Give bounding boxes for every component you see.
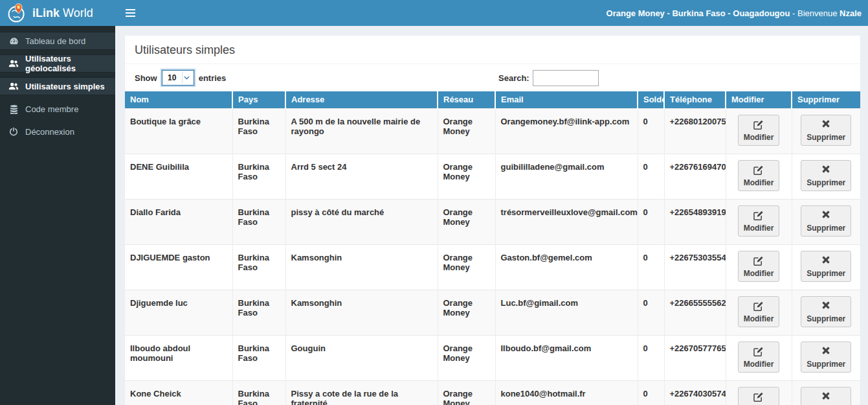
users-icon bbox=[8, 59, 19, 68]
cell-telephone: +22674030574 bbox=[664, 380, 726, 405]
col-header-modifier[interactable]: Modifier bbox=[726, 91, 792, 108]
delete-x-icon bbox=[807, 119, 845, 131]
cell-adresse: pissy à côté du marché bbox=[285, 199, 438, 244]
user-name: Nzale bbox=[840, 8, 862, 18]
cell-nom: Ilboudo abdoul moumouni bbox=[125, 335, 232, 380]
cell-pays: Burkina Faso bbox=[232, 154, 285, 199]
delete-button[interactable]: Supprimer bbox=[801, 205, 851, 237]
search-control: Search: bbox=[498, 70, 599, 86]
cell-edit-action: Modifier bbox=[726, 290, 792, 335]
col-header-pays[interactable]: Pays bbox=[232, 91, 285, 108]
cell-reseau: Orange Money bbox=[438, 380, 495, 405]
edit-button[interactable]: Modifier bbox=[738, 115, 780, 146]
app-title: iLink World bbox=[32, 6, 93, 20]
logo-globe-pin-icon: $ bbox=[6, 3, 27, 23]
cell-delete-action: Supprimer bbox=[792, 199, 860, 244]
delete-button[interactable]: Supprimer bbox=[801, 251, 851, 282]
cell-edit-action: Modifier bbox=[726, 244, 792, 290]
col-header-telephone[interactable]: Téléphone bbox=[664, 91, 726, 108]
col-header-supprimer[interactable]: Supprimer bbox=[792, 91, 860, 108]
delete-button[interactable]: Supprimer bbox=[801, 160, 851, 191]
cell-edit-action: Modifier bbox=[726, 154, 792, 199]
col-header-solde[interactable]: Solde bbox=[638, 91, 664, 108]
cell-email: Ilboudo.bf@gmail.com bbox=[495, 335, 638, 380]
cell-delete-action: Supprimer bbox=[792, 244, 860, 290]
sidebar-menu: Tableau de bord Utilisateurs géolocalisé… bbox=[0, 26, 115, 141]
sidebar-item-deconnexion[interactable]: Déconnexion bbox=[0, 122, 115, 141]
cell-nom: DENE Guibilila bbox=[125, 154, 232, 199]
sidebar-toggle-hamburger-icon[interactable] bbox=[122, 3, 141, 23]
cell-solde: 0 bbox=[638, 199, 664, 244]
users-icon bbox=[8, 82, 19, 91]
edit-icon bbox=[744, 301, 774, 312]
table-row: Ilboudo abdoul moumouniBurkina FasoGougu… bbox=[125, 335, 860, 380]
cell-edit-action: Modifier bbox=[726, 199, 792, 244]
delete-button[interactable]: Supprimer bbox=[801, 296, 851, 327]
cell-nom: Boutique la grâce bbox=[125, 108, 232, 154]
page-size-select[interactable]: 10 bbox=[162, 70, 194, 86]
cell-reseau: Orange Money bbox=[438, 335, 495, 380]
edit-icon bbox=[744, 391, 774, 403]
cell-email: guibililladene@gmail.com bbox=[495, 154, 638, 199]
edit-button[interactable]: Modifier bbox=[738, 205, 780, 237]
cell-solde: 0 bbox=[638, 244, 664, 290]
cell-reseau: Orange Money bbox=[438, 108, 495, 154]
cell-pays: Burkina Faso bbox=[232, 108, 285, 154]
users-table: Nom Pays Adresse Réseau Email Solde Télé… bbox=[125, 91, 860, 405]
cell-reseau: Orange Money bbox=[438, 199, 495, 244]
edit-icon bbox=[744, 210, 774, 222]
delete-x-icon bbox=[807, 391, 845, 403]
cell-adresse: A 500 m de la nouvelle mairie de rayongo bbox=[285, 108, 438, 154]
delete-button[interactable]: Supprimer bbox=[801, 115, 851, 146]
edit-button[interactable]: Modifier bbox=[738, 387, 780, 405]
cell-solde: 0 bbox=[638, 154, 664, 199]
main-content: Utilisateurs simples Show 10 entries Sea… bbox=[115, 26, 868, 405]
sidebar-item-utilisateurs-simples[interactable]: Utilisateurs simples bbox=[0, 77, 115, 95]
table-row: Djiguemde lucBurkina FasoKamsonghinOrang… bbox=[125, 290, 860, 335]
cell-nom: Diallo Farida bbox=[125, 199, 232, 244]
cell-email: Gaston.bf@gemel.com bbox=[495, 244, 638, 290]
delete-x-icon bbox=[807, 301, 845, 312]
user-greeting: Bienvenue bbox=[797, 8, 840, 18]
col-header-reseau[interactable]: Réseau bbox=[438, 91, 495, 108]
edit-icon bbox=[744, 346, 774, 358]
table-row: Boutique la grâceBurkina FasoA 500 m de … bbox=[125, 108, 860, 154]
table-row: Kone CheickBurkina FasoPissy a cote de l… bbox=[125, 380, 860, 405]
cell-solde: 0 bbox=[638, 108, 664, 154]
edit-button[interactable]: Modifier bbox=[738, 251, 780, 282]
cell-reseau: Orange Money bbox=[438, 244, 495, 290]
cell-pays: Burkina Faso bbox=[232, 199, 285, 244]
edit-button[interactable]: Modifier bbox=[738, 160, 780, 191]
delete-x-icon bbox=[807, 165, 845, 176]
sidebar: $ iLink World Tableau de bord Utilisateu… bbox=[0, 0, 115, 405]
table-body: Boutique la grâceBurkina FasoA 500 m de … bbox=[125, 108, 860, 405]
show-label: Show bbox=[135, 73, 157, 83]
cell-pays: Burkina Faso bbox=[232, 380, 285, 405]
sidebar-item-label: Tableau de bord bbox=[25, 36, 85, 46]
sidebar-item-utilisateurs-geolocalises[interactable]: Utilisateurs géolocalisés bbox=[0, 54, 115, 73]
sidebar-item-code-membre[interactable]: Code membre bbox=[0, 100, 115, 118]
edit-icon bbox=[744, 255, 774, 267]
cell-solde: 0 bbox=[638, 290, 664, 335]
page-size-value: 10 bbox=[162, 73, 182, 82]
delete-x-icon bbox=[807, 210, 845, 222]
cell-telephone: +22654893919 bbox=[664, 199, 726, 244]
cell-adresse: Kamsonghin bbox=[285, 290, 438, 335]
cell-email: Luc.bf@gimail.com bbox=[495, 290, 638, 335]
search-input[interactable] bbox=[533, 70, 599, 86]
col-header-email[interactable]: Email bbox=[495, 91, 638, 108]
cell-nom: Djiguemde luc bbox=[125, 290, 232, 335]
delete-button[interactable]: Supprimer bbox=[801, 387, 851, 405]
col-header-nom[interactable]: Nom bbox=[125, 91, 232, 108]
cell-delete-action: Supprimer bbox=[792, 335, 860, 380]
cell-pays: Burkina Faso bbox=[232, 335, 285, 380]
edit-button[interactable]: Modifier bbox=[738, 341, 780, 373]
sidebar-item-label: Utilisateurs géolocalisés bbox=[25, 54, 107, 73]
col-header-adresse[interactable]: Adresse bbox=[285, 91, 438, 108]
cell-pays: Burkina Faso bbox=[232, 290, 285, 335]
entries-label: entries bbox=[199, 73, 227, 83]
delete-button[interactable]: Supprimer bbox=[801, 341, 851, 373]
table-row: DENE GuibililaBurkina FasoArrd 5 sect 24… bbox=[125, 154, 860, 199]
sidebar-item-tableau-de-bord[interactable]: Tableau de bord bbox=[0, 32, 115, 50]
edit-button[interactable]: Modifier bbox=[738, 296, 780, 327]
